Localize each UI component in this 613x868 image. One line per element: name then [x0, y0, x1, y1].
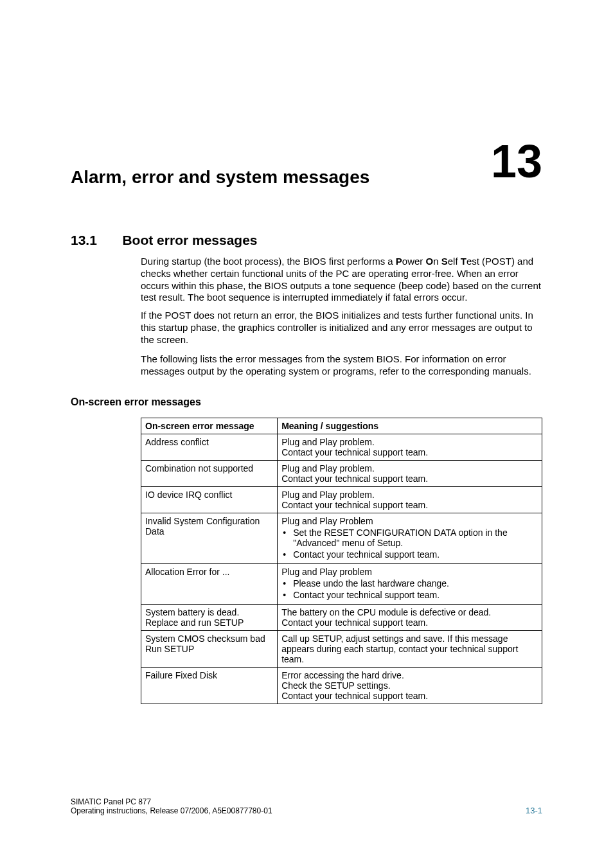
table-cell-message: Allocation Error for ...: [141, 564, 278, 605]
list-item: Contact your technical support team.: [281, 549, 538, 560]
document-page: 13 Alarm, error and system messages 13.1…: [0, 0, 613, 868]
suggestion-list: Set the RESET CONFIGURATION DATA option …: [281, 527, 538, 560]
paragraph-1: During startup (the boot process), the B…: [141, 256, 542, 304]
bold-letter-t: T: [461, 256, 466, 267]
text-span: n: [433, 256, 441, 267]
table-cell-meaning: Call up SETUP, adjust settings and save.…: [278, 631, 542, 668]
table-row: Failure Fixed DiskError accessing the ha…: [141, 668, 542, 704]
table-cell-message: Combination not supported: [141, 461, 278, 487]
table-cell-meaning: Plug and Play problem.Contact your techn…: [278, 434, 542, 461]
section-heading: 13.1 Boot error messages: [71, 233, 542, 248]
page-number: 13-1: [526, 806, 542, 815]
list-item: Set the RESET CONFIGURATION DATA option …: [281, 527, 538, 548]
table-header-meaning: Meaning / suggestions: [278, 418, 542, 434]
table-body: Address conflictPlug and Play problem.Co…: [141, 434, 542, 704]
list-item: Contact your technical support team.: [281, 590, 538, 600]
footer-product: SIMATIC Panel PC 877: [71, 797, 542, 806]
table-cell-meaning: Plug and Play problem.Contact your techn…: [278, 487, 542, 513]
page-footer: SIMATIC Panel PC 877 Operating instructi…: [71, 797, 542, 815]
bold-letter-s: S: [441, 256, 448, 267]
table-row: Allocation Error for ...Plug and Play pr…: [141, 564, 542, 605]
paragraph-2: If the POST does not return an error, th…: [141, 310, 542, 346]
table-cell-meaning: Error accessing the hard drive.Check the…: [278, 668, 542, 704]
table-cell-meaning: Plug and Play ProblemSet the RESET CONFI…: [278, 513, 542, 564]
table-row: Invalid System Configuration DataPlug an…: [141, 513, 542, 564]
table-cell-message: IO device IRQ conflict: [141, 487, 278, 513]
table-row: IO device IRQ conflictPlug and Play prob…: [141, 487, 542, 513]
chapter-title: Alarm, error and system messages: [71, 167, 369, 188]
error-messages-table-wrap: On-screen error message Meaning / sugges…: [141, 418, 542, 704]
subheading-on-screen-errors: On-screen error messages: [71, 396, 201, 408]
paragraph-3: The following lists the error messages f…: [141, 353, 542, 378]
table-row: System CMOS checksum bad Run SETUPCall u…: [141, 631, 542, 668]
table-cell-meaning: Plug and Play problemPlease undo the las…: [278, 564, 542, 605]
section-number: 13.1: [71, 233, 120, 248]
table-cell-meaning: Plug and Play problem.Contact your techn…: [278, 461, 542, 487]
error-messages-table: On-screen error message Meaning / sugges…: [141, 418, 542, 704]
bold-letter-p: P: [396, 256, 402, 267]
table-row: System battery is dead. Replace and run …: [141, 605, 542, 631]
table-cell-meaning: The battery on the CPU module is defecti…: [278, 605, 542, 631]
text-span: ower: [402, 256, 426, 267]
suggestion-list: Please undo the last hardware change.Con…: [281, 578, 538, 600]
table-header-message: On-screen error message: [141, 418, 278, 434]
table-header-row: On-screen error message Meaning / sugges…: [141, 418, 542, 434]
section-title: Boot error messages: [122, 233, 257, 248]
table-row: Combination not supportedPlug and Play p…: [141, 461, 542, 487]
table-cell-message: Invalid System Configuration Data: [141, 513, 278, 564]
list-item: Please undo the last hardware change.: [281, 578, 538, 589]
footer-release: Operating instructions, Release 07/2006,…: [71, 806, 542, 815]
table-row: Address conflictPlug and Play problem.Co…: [141, 434, 542, 461]
table-cell-message: System battery is dead. Replace and run …: [141, 605, 278, 631]
table-cell-message: Address conflict: [141, 434, 278, 461]
text-span: During startup (the boot process), the B…: [141, 256, 396, 267]
table-cell-message: Failure Fixed Disk: [141, 668, 278, 704]
table-cell-message: System CMOS checksum bad Run SETUP: [141, 631, 278, 668]
chapter-number: 13: [491, 135, 542, 188]
bold-letter-o: O: [426, 256, 434, 267]
text-span: elf: [448, 256, 461, 267]
